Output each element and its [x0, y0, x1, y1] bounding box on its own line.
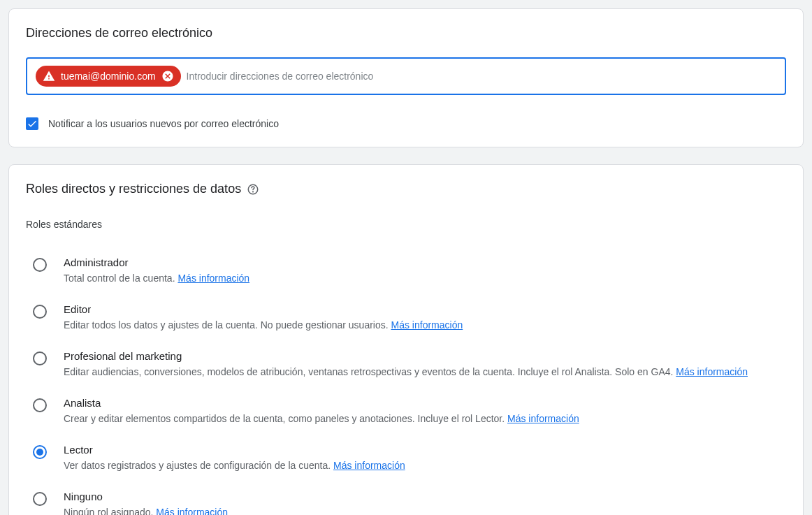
role-option[interactable]: AnalistaCrear y editar elementos compart… [26, 387, 786, 434]
roles-title-row: Roles directos y restricciones de datos [26, 182, 786, 196]
roles-list: AdministradorTotal control de la cuenta.… [26, 247, 786, 515]
email-input-container[interactable]: tuemai@dominio.com [26, 57, 786, 95]
role-option[interactable]: Profesional del marketingEditar audienci… [26, 340, 786, 387]
roles-section-title: Roles directos y restricciones de datos [26, 182, 241, 196]
role-radio[interactable] [33, 445, 47, 459]
role-name: Ninguno [64, 491, 779, 502]
remove-chip-icon[interactable] [161, 70, 174, 82]
role-description: Total control de la cuenta. Más informac… [64, 273, 779, 284]
warning-icon [43, 70, 55, 82]
role-radio[interactable] [33, 305, 47, 319]
role-content: Profesional del marketingEditar audienci… [64, 350, 779, 377]
role-content: EditorEditar todos los datos y ajustes d… [64, 303, 779, 331]
notify-checkbox-label: Notificar a los usuarios nuevos por corr… [48, 118, 279, 129]
email-addresses-card: Direcciones de correo electrónico tuemai… [8, 8, 804, 147]
role-description: Ningún rol asignado. Más información [64, 507, 779, 515]
role-name: Editor [64, 303, 779, 315]
email-section-title: Direcciones de correo electrónico [26, 26, 786, 41]
notify-checkbox-row: Notificar a los usuarios nuevos por corr… [26, 117, 786, 130]
role-description: Editar audiencias, conversiones, modelos… [64, 366, 779, 377]
role-option[interactable]: LectorVer datos registrados y ajustes de… [26, 434, 786, 481]
role-content: AnalistaCrear y editar elementos compart… [64, 397, 779, 424]
role-description: Editar todos los datos y ajustes de la c… [64, 319, 779, 331]
more-info-link[interactable]: Más información [676, 366, 748, 377]
role-radio[interactable] [33, 492, 47, 506]
email-input[interactable] [187, 68, 776, 85]
more-info-link[interactable]: Más información [391, 319, 463, 331]
more-info-link[interactable]: Más información [333, 460, 405, 471]
more-info-link[interactable]: Más información [177, 273, 249, 284]
help-icon[interactable] [247, 183, 259, 196]
role-content: NingunoNingún rol asignado. Más informac… [64, 491, 779, 515]
role-radio[interactable] [33, 398, 47, 412]
more-info-link[interactable]: Más información [507, 413, 579, 424]
roles-card: Roles directos y restricciones de datos … [8, 164, 804, 515]
role-content: LectorVer datos registrados y ajustes de… [64, 444, 779, 471]
more-info-link[interactable]: Más información [156, 507, 228, 515]
role-content: AdministradorTotal control de la cuenta.… [64, 256, 779, 284]
role-option[interactable]: NingunoNingún rol asignado. Más informac… [26, 481, 786, 515]
role-option[interactable]: AdministradorTotal control de la cuenta.… [26, 247, 786, 293]
role-name: Analista [64, 397, 779, 409]
role-name: Profesional del marketing [64, 350, 779, 362]
role-name: Administrador [64, 256, 779, 268]
notify-checkbox[interactable] [26, 117, 38, 130]
role-option[interactable]: EditorEditar todos los datos y ajustes d… [26, 293, 786, 340]
role-description: Crear y editar elementos compartidos de … [64, 413, 779, 424]
role-radio[interactable] [33, 258, 47, 272]
email-chip: tuemai@dominio.com [36, 66, 181, 87]
email-chip-text: tuemai@dominio.com [61, 71, 156, 82]
svg-point-1 [253, 191, 254, 192]
role-radio[interactable] [33, 351, 47, 365]
role-name: Lector [64, 444, 779, 456]
roles-subtitle: Roles estándares [26, 219, 786, 230]
role-description: Ver datos registrados y ajustes de confi… [64, 460, 779, 471]
